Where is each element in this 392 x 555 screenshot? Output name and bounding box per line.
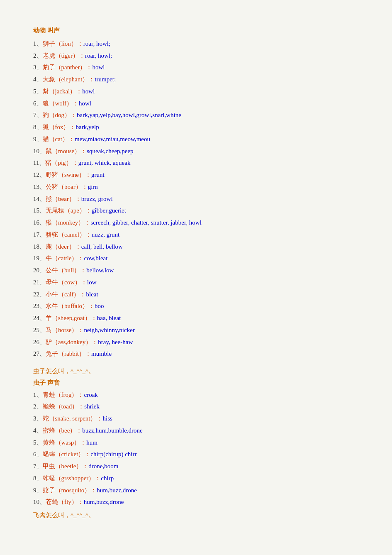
list-item: 13、公猪（boar）：girn: [33, 181, 359, 193]
list-item: 25、马（horse）：neigh,whinny,nicker: [33, 325, 359, 336]
item-number: 25、: [33, 327, 46, 333]
item-number: 13、: [33, 183, 46, 190]
item-sound: hum,buzz,drone: [97, 487, 137, 494]
list-item: 4、大象（elephant）：trumpet;: [33, 74, 359, 86]
item-sound: cow,bleat: [84, 255, 107, 262]
item-number: 16、: [33, 219, 46, 226]
item-chinese: 鹿（deer）：: [46, 243, 81, 250]
list-item: 20、公牛（bull）：bellow,low: [33, 265, 359, 276]
item-chinese: 蛇（snake, serpent）：: [43, 415, 103, 422]
list-item: 9、猫（cat）：mew,miaow,miau,meow,meou: [33, 134, 359, 145]
item-sound: croak: [84, 391, 98, 398]
item-number: 17、: [33, 231, 46, 238]
item-sound: call, bell, bellow: [81, 243, 123, 250]
item-number: 15、: [33, 207, 46, 214]
item-number: 8、: [33, 475, 43, 482]
item-sound: boo: [95, 303, 104, 309]
item-chinese: 甲虫（beetle）：: [43, 463, 89, 469]
list-item: 3、蛇（snake, serpent）：hiss: [33, 413, 359, 425]
item-chinese: 蚱蜢（grsshopper）：: [43, 475, 101, 482]
page-content: 动物 叫声 1、狮子（lion）：roar, howl;2、老虎（tiger）：…: [33, 25, 359, 521]
list-item: 17、骆驼（camel）：nuzz, grunt: [33, 229, 359, 241]
item-chinese: 兔子（rabbit）：: [46, 350, 91, 357]
item-number: 14、: [33, 196, 46, 202]
animals-header: 动物 叫声: [33, 25, 359, 37]
list-item: 9、蚊子（mosquito）：hum,buzz,drone: [33, 485, 359, 496]
item-sound: bruzz, growl: [81, 196, 113, 202]
list-item: 23、水牛（buffalo）：boo: [33, 301, 359, 312]
item-chinese: 蚊子（mosquito）：: [43, 487, 97, 494]
item-sound: shriek: [84, 403, 100, 410]
item-chinese: 苍蝇（fly）：: [46, 499, 84, 505]
list-item: 8、蚱蜢（grsshopper）：chirp: [33, 473, 359, 484]
item-number: 1、: [33, 391, 43, 398]
list-item: 16、猴（monkey）：screech, gibber, chatter, s…: [33, 217, 359, 229]
list-item: 12、野猪（swine）：grunt: [33, 169, 359, 181]
list-item: 6、狼（wolf）：howl: [33, 98, 359, 110]
item-chinese: 狼（wolf）：: [43, 100, 79, 107]
item-number: 22、: [33, 291, 46, 298]
item-chinese: 骆驼（camel）：: [46, 231, 92, 238]
item-sound: girn: [88, 183, 98, 190]
list-item: 5、黄蜂（wasp）：hum: [33, 437, 359, 449]
list-item: 1、青蛙（frog）：croak: [33, 389, 359, 401]
animals-list: 1、狮子（lion）：roar, howl;2、老虎（tiger）：roar, …: [33, 38, 359, 360]
item-number: 10、: [33, 499, 46, 505]
item-chinese: 豹子（panther）：: [43, 64, 93, 71]
list-item: 11、猪（pig）：grunt, whick, aqueak: [33, 157, 359, 169]
item-chinese: 牛（cattle）：: [46, 255, 84, 262]
item-sound: gibber,gueriet: [92, 207, 126, 214]
item-sound: howl: [82, 88, 95, 95]
list-item: 18、鹿（deer）：call, bell, bellow: [33, 241, 359, 253]
item-sound: roar, howl;: [83, 40, 110, 47]
item-number: 4、: [33, 76, 43, 83]
list-item: 10、鼠（mouse）：squeak,cheep,peep: [33, 146, 359, 157]
item-sound: hum: [86, 439, 97, 446]
insect-note-line: 虫子怎么叫，^_^^_^。: [33, 366, 359, 377]
item-sound: howl: [79, 100, 91, 107]
item-chinese: 蟾蜍（toad）：: [43, 403, 85, 410]
item-chinese: 狐（fox）：: [43, 124, 76, 130]
list-item: 10、苍蝇（fly）：hum,buzz,drone: [33, 496, 359, 508]
item-sound: buzz,hum,bumble,drone: [82, 427, 142, 434]
item-chinese: 猴（monkey）：: [46, 219, 90, 226]
list-item: 2、老虎（tiger）：roar, howl;: [33, 50, 359, 62]
list-item: 6、蟋蟀（cricket）：chirp(chirup) chirr: [33, 449, 359, 460]
item-chinese: 野猪（swine）：: [46, 171, 91, 178]
item-chinese: 猫（cat）：: [43, 136, 75, 142]
item-number: 12、: [33, 171, 46, 178]
item-sound: low: [87, 279, 97, 286]
list-item: 14、熊（bear）：bruzz, growl: [33, 193, 359, 205]
item-number: 11、: [33, 159, 45, 166]
item-chinese: 羊（sheep,goat）：: [46, 315, 97, 321]
item-sound: nuzz, grunt: [92, 231, 119, 238]
item-number: 3、: [33, 64, 43, 71]
list-item: 1、狮子（lion）：roar, howl;: [33, 38, 359, 50]
item-chinese: 蟋蟀（cricket）：: [43, 451, 91, 457]
item-chinese: 大象（elephant）：: [43, 76, 95, 83]
item-sound: chirp(chirup) chirr: [90, 451, 136, 457]
item-chinese: 蜜蜂（bee）：: [43, 427, 83, 434]
item-number: 2、: [33, 403, 43, 410]
item-chinese: 豺（jackal）：: [43, 88, 83, 95]
item-number: 4、: [33, 427, 43, 434]
item-chinese: 母牛（cow）：: [46, 279, 87, 286]
insects-section: 虫子 声音 1、青蛙（frog）：croak2、蟾蜍（toad）：shriek3…: [33, 377, 359, 508]
item-sound: howl: [92, 64, 105, 71]
item-sound: screech, gibber, chatter, snutter, jabbe…: [90, 219, 202, 226]
item-number: 6、: [33, 100, 43, 107]
list-item: 21、母牛（cow）：low: [33, 277, 359, 289]
insects-list: 1、青蛙（frog）：croak2、蟾蜍（toad）：shriek3、蛇（sna…: [33, 389, 359, 509]
item-chinese: 青蛙（frog）：: [43, 391, 84, 398]
item-number: 5、: [33, 88, 43, 95]
list-item: 3、豹子（panther）：howl: [33, 62, 359, 73]
item-chinese: 马（horse）：: [46, 327, 84, 333]
item-sound: mumble: [91, 350, 112, 357]
list-item: 22、小牛（calf）：bleat: [33, 289, 359, 301]
animals-section: 动物 叫声 1、狮子（lion）：roar, howl;2、老虎（tiger）：…: [33, 25, 359, 360]
item-number: 19、: [33, 255, 46, 262]
item-chinese: 小牛（calf）：: [46, 291, 86, 298]
item-number: 26、: [33, 339, 46, 345]
list-item: 5、豺（jackal）：howl: [33, 86, 359, 98]
birds-note: 飞禽怎么叫，^_^^_^。: [33, 512, 95, 518]
